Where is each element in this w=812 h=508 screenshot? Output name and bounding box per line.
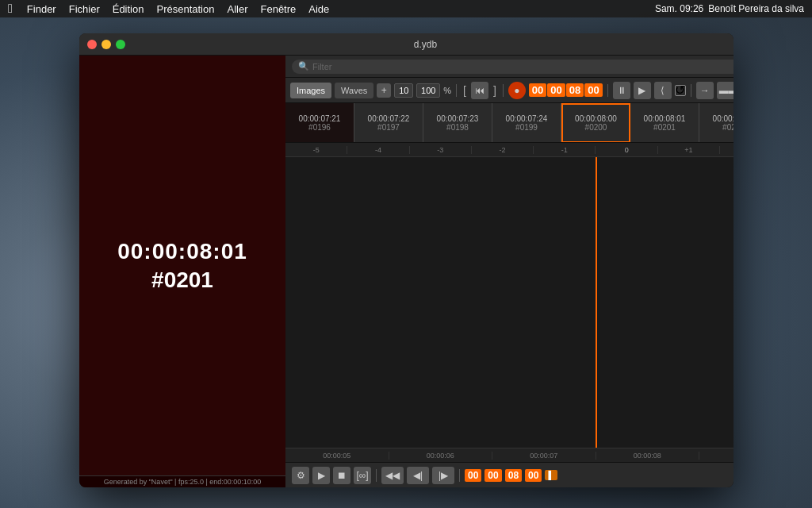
- menu-aide[interactable]: Aide: [302, 0, 335, 17]
- menu-fichier[interactable]: Fichier: [63, 0, 106, 17]
- frame-cell[interactable]: 00:00:08:02#0202: [699, 103, 733, 143]
- titlebar: d.ydb: [79, 33, 733, 56]
- filter-search-box[interactable]: 🔍 Filter: [292, 60, 733, 74]
- preview-footer: Generated by "Navet" | fps:25.0 | end:00…: [79, 475, 285, 487]
- divider-3: [607, 84, 608, 97]
- bottom-ruler-time: 00:00:08: [596, 452, 700, 460]
- ruler-marker: +1: [658, 146, 720, 154]
- frame-number: #0202: [722, 123, 733, 132]
- prev-frame-button[interactable]: ⟨: [654, 82, 672, 99]
- play-button[interactable]: ▶: [634, 82, 651, 99]
- preview-timecode: 00:00:08:01: [117, 239, 247, 264]
- bracket-in-button[interactable]: [: [462, 84, 468, 97]
- bot-divider-2: [459, 469, 460, 482]
- tc-seconds: 08: [566, 83, 584, 97]
- menu-fenetre[interactable]: Fenêtre: [254, 0, 302, 17]
- frame-timecode: 00:00:08:01: [644, 114, 686, 123]
- bot-tc-hours: 00: [465, 469, 481, 482]
- frame-timecode: 00:00:07:21: [299, 114, 341, 123]
- timecode-display: 00 00 08 00: [529, 83, 603, 97]
- pause-button[interactable]: ⏸: [613, 82, 630, 99]
- record-button[interactable]: ●: [508, 82, 526, 99]
- search-icon: 🔍: [298, 61, 309, 71]
- menubar:  Finder Fichier Édition Présentation Al…: [0, 0, 812, 17]
- frame-number: #0196: [308, 123, 331, 132]
- timeline-main[interactable]: [285, 157, 733, 448]
- bot-trim-button[interactable]: ◀|: [407, 467, 429, 484]
- bot-tc-seconds: 08: [505, 469, 522, 482]
- preview-video: 00:00:08:01 #0201: [79, 56, 285, 475]
- apple-menu[interactable]: : [0, 0, 21, 17]
- waves-mode-button[interactable]: Waves: [335, 83, 373, 98]
- divider-1: [456, 84, 457, 97]
- playhead-line: [596, 157, 597, 448]
- frame-cell[interactable]: 00:00:07:22#0197: [354, 103, 423, 143]
- bot-stop-button[interactable]: ⏹: [333, 467, 350, 484]
- bottom-ruler-time: 00:00:05: [285, 452, 389, 460]
- tc-hours: 00: [529, 83, 546, 97]
- arrow-right-button[interactable]: →: [696, 82, 714, 99]
- bot-play-button[interactable]: ▶: [312, 467, 330, 484]
- prev-prev-button[interactable]: ⏮: [471, 82, 488, 99]
- filter-placeholder: Filter: [312, 62, 331, 71]
- ruler-marker: +2: [720, 146, 733, 154]
- frame-number: #0199: [515, 123, 538, 132]
- bracket-out-button[interactable]: ]: [492, 84, 498, 97]
- filter-bar: 🔍 Filter ℹ: [285, 56, 733, 78]
- bot-prev-button[interactable]: ◀◀: [381, 467, 404, 484]
- divider-4: [691, 84, 691, 97]
- bot-tc-extra[interactable]: ▌: [545, 470, 557, 480]
- frame-cell[interactable]: 00:00:07:24#0199: [492, 103, 561, 143]
- bottom-ruler: 00:00:0500:00:0600:00:0700:00:0800:00:09…: [285, 448, 733, 462]
- wave-button[interactable]: ▬▬: [717, 82, 733, 99]
- window-title: d.ydb: [125, 39, 726, 50]
- images-mode-button[interactable]: Images: [290, 83, 331, 98]
- frame-timecode: 00:00:08:02: [713, 114, 733, 123]
- frame-timecode: 00:00:07:22: [368, 114, 410, 123]
- ruler-marker: -4: [347, 146, 409, 154]
- number-ruler: -5-4-3-2-10+1+2+3+4: [285, 143, 733, 157]
- ruler-marker: 0: [596, 146, 657, 154]
- right-panel: 🔍 Filter ℹ Images Waves + % [ ⏮ ] ●: [285, 56, 733, 487]
- minimize-button[interactable]: [102, 40, 111, 49]
- bot-settings-button[interactable]: ⚙: [292, 467, 309, 484]
- menubar-time: Sam. 09:26: [655, 3, 703, 14]
- zoom-unit-label: %: [443, 86, 451, 95]
- bot-tc-frames: 00: [525, 469, 542, 482]
- zoom-percent-input[interactable]: [416, 83, 440, 98]
- bot-cut-button[interactable]: |▶: [432, 467, 454, 484]
- tc-frames: 00: [584, 83, 602, 97]
- frame-number: #0200: [585, 123, 607, 132]
- menu-edition[interactable]: Édition: [106, 0, 151, 17]
- bot-loop-button[interactable]: [∞]: [354, 467, 371, 484]
- frame-timecode: 00:00:07:24: [506, 114, 548, 123]
- bottom-ruler-time: 00:00:09: [699, 452, 733, 460]
- frame-timecode: 00:00:07:23: [437, 114, 479, 123]
- maximize-button[interactable]: [116, 40, 125, 49]
- close-button[interactable]: [87, 40, 97, 49]
- bot-tc-minutes: 00: [485, 469, 501, 482]
- zoom-value-input[interactable]: [394, 83, 413, 98]
- add-button[interactable]: +: [377, 83, 391, 98]
- ruler-marker: -5: [285, 146, 347, 154]
- bottom-ruler-time: 00:00:06: [389, 452, 493, 460]
- menu-finder[interactable]: Finder: [21, 0, 63, 17]
- frame-cell[interactable]: 00:00:07:23#0198: [423, 103, 492, 143]
- ruler-marker: -3: [410, 146, 472, 154]
- menu-presentation[interactable]: Présentation: [150, 0, 220, 17]
- preview-panel: 00:00:08:01 #0201 Generated by "Navet" |…: [79, 56, 285, 487]
- divider-2: [503, 84, 504, 97]
- bottom-ruler-time: 00:00:07: [492, 452, 596, 460]
- menu-aller[interactable]: Aller: [220, 0, 254, 17]
- frame-cell[interactable]: 00:00:08:01#0201: [630, 103, 699, 143]
- frame-number: #0197: [377, 123, 400, 132]
- menubar-user: Benoît Pereira da silva: [708, 3, 804, 14]
- preview-frame: #0201: [151, 267, 213, 293]
- loop-indicator[interactable]: ↺: [675, 85, 686, 96]
- content-area: 00:00:08:01 #0201 Generated by "Navet" |…: [79, 56, 733, 487]
- frame-cell[interactable]: 00:00:08:00#0200: [561, 103, 630, 143]
- timeline-frames: 00:00:07:21#019600:00:07:22#019700:00:07…: [285, 103, 733, 143]
- bot-divider-1: [376, 469, 377, 482]
- ruler-marker: -1: [534, 146, 596, 154]
- frame-cell[interactable]: 00:00:07:21#0196: [285, 103, 354, 143]
